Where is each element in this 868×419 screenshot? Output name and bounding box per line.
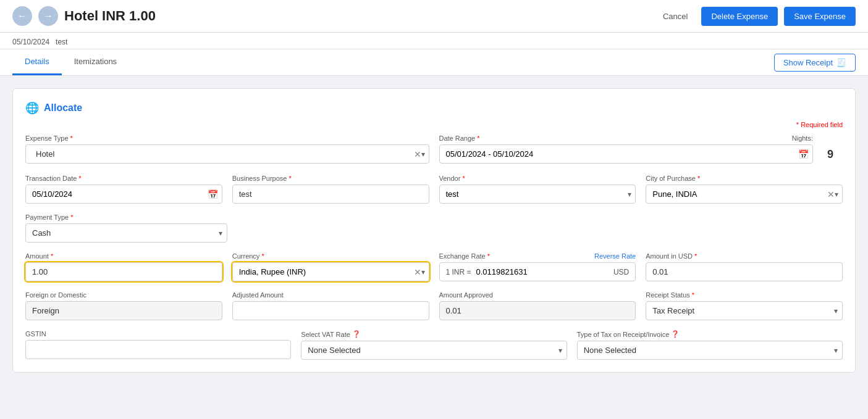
currency-input[interactable] bbox=[237, 263, 414, 281]
cancel-button[interactable]: Cancel bbox=[655, 8, 695, 25]
expense-type-chevron: ▾ bbox=[421, 150, 425, 159]
exchange-rate-label: Exchange Rate * bbox=[439, 252, 491, 260]
nights-group: _ 9 bbox=[818, 135, 843, 165]
nav-prev-button[interactable]: ← bbox=[12, 6, 32, 26]
tax-type-wrapper[interactable]: None Selected ▾ bbox=[577, 341, 843, 360]
foreign-domestic-group: Foreign or Domestic bbox=[25, 291, 222, 320]
city-of-purchase-wrapper[interactable]: ✕ ▾ bbox=[646, 185, 843, 204]
exchange-rate-group: Exchange Rate * Reverse Rate 1 INR = USD bbox=[439, 252, 636, 281]
required-text: Required field bbox=[801, 121, 843, 128]
amount-usd-group: Amount in USD * bbox=[646, 252, 843, 281]
vendor-input[interactable] bbox=[444, 185, 628, 203]
expense-type-wrapper[interactable]: ✕ ▾ bbox=[25, 144, 429, 164]
currency-wrapper[interactable]: ✕ ▾ bbox=[232, 262, 429, 281]
vat-help-icon[interactable]: ❓ bbox=[352, 330, 361, 338]
amount-usd-label: Amount in USD * bbox=[646, 252, 843, 260]
date-range-group: Date Range * Nights: 📅 bbox=[439, 135, 814, 164]
amount-usd-input[interactable] bbox=[646, 262, 843, 281]
transaction-date-label: Transaction Date * bbox=[25, 175, 222, 182]
tabs-row: Details Itemizations Show Receipt 🧾 bbox=[0, 49, 868, 76]
currency-clear[interactable]: ✕ bbox=[414, 267, 421, 277]
payment-type-wrapper[interactable]: Cash Credit Card Check ▾ bbox=[25, 223, 227, 243]
exchange-suffix: USD bbox=[611, 268, 631, 276]
allocate-header: 🌐 Allocate bbox=[25, 101, 843, 115]
tabs-container: Details Itemizations bbox=[12, 49, 129, 75]
receipt-icon: 🧾 bbox=[836, 58, 846, 67]
show-receipt-label: Show Receipt bbox=[783, 58, 833, 67]
vendor-chevron: ▾ bbox=[628, 190, 631, 199]
gstin-group: GSTIN bbox=[25, 330, 291, 359]
transaction-date-group: Transaction Date * 📅 bbox=[25, 175, 222, 204]
content-area: 🌐 Allocate * Required field Expense Type… bbox=[0, 76, 868, 396]
exchange-rate-input[interactable] bbox=[474, 263, 611, 281]
receipt-status-wrapper[interactable]: Tax Receipt Receipt No Receipt ▾ bbox=[646, 301, 843, 320]
date-range-calendar[interactable]: 📅 bbox=[798, 149, 809, 159]
vendor-label: Vendor * bbox=[439, 175, 636, 182]
payment-type-select[interactable]: Cash Credit Card Check bbox=[25, 223, 227, 243]
city-clear[interactable]: ✕ bbox=[827, 189, 835, 199]
row-payment: Payment Type * Cash Credit Card Check ▾ bbox=[25, 214, 843, 243]
top-bar: ← → Hotel INR 1.00 Cancel Delete Expense… bbox=[0, 0, 868, 33]
amount-group: Amount * bbox=[25, 252, 222, 281]
business-purpose-label: Business Purpose * bbox=[232, 175, 429, 182]
vendor-wrapper[interactable]: ▾ bbox=[439, 185, 636, 204]
payment-type-group: Payment Type * Cash Credit Card Check ▾ bbox=[25, 214, 227, 243]
expense-type-clear[interactable]: ✕ bbox=[414, 149, 421, 159]
city-of-purchase-group: City of Purchase * ✕ ▾ bbox=[646, 175, 843, 204]
exchange-rate-wrapper[interactable]: 1 INR = USD bbox=[439, 262, 636, 281]
transaction-date-wrapper[interactable]: 📅 bbox=[25, 185, 222, 204]
expense-user: test bbox=[56, 35, 67, 49]
exchange-prefix: 1 INR = bbox=[444, 268, 474, 276]
row-expense-daterange: Expense Type * ✕ ▾ Date Ra bbox=[25, 135, 843, 165]
gstin-input[interactable] bbox=[25, 340, 291, 359]
receipt-status-label: Receipt Status * bbox=[646, 291, 843, 299]
nav-next-button[interactable]: → bbox=[38, 6, 58, 26]
business-purpose-input[interactable] bbox=[232, 185, 429, 204]
adjusted-amount-label: Adjusted Amount bbox=[232, 291, 429, 299]
amount-approved-group: Amount Approved bbox=[439, 291, 636, 320]
row-amount-currency-exchange-usd: Amount * Currency * ✕ ▾ bbox=[25, 252, 843, 281]
tax-type-group: Type of Tax on Receipt/Invoice ❓ None Se… bbox=[577, 330, 843, 360]
business-purpose-group: Business Purpose * bbox=[232, 175, 429, 204]
vat-rate-select[interactable]: None Selected bbox=[301, 341, 567, 360]
amount-label: Amount * bbox=[25, 252, 222, 260]
show-receipt-button[interactable]: Show Receipt 🧾 bbox=[774, 54, 856, 72]
date-range-input[interactable] bbox=[444, 145, 799, 163]
currency-group: Currency * ✕ ▾ bbox=[232, 252, 429, 281]
city-of-purchase-label: City of Purchase * bbox=[646, 175, 843, 182]
tab-details[interactable]: Details bbox=[12, 49, 62, 75]
expense-type-group: Expense Type * ✕ ▾ bbox=[25, 135, 429, 164]
allocate-icon: 🌐 bbox=[25, 101, 39, 115]
transaction-date-calendar[interactable]: 📅 bbox=[208, 189, 218, 199]
nights-value: 9 bbox=[818, 144, 843, 165]
form-grid: Expense Type * ✕ ▾ Date Ra bbox=[25, 135, 843, 360]
row-trans-biz-vendor-city: Transaction Date * 📅 Business Purpose * bbox=[25, 175, 843, 204]
date-range-label: Date Range * bbox=[439, 135, 480, 142]
allocate-label: Allocate bbox=[44, 102, 82, 114]
expense-date: 05/10/2024 bbox=[12, 35, 49, 49]
amount-input[interactable] bbox=[25, 262, 222, 281]
vendor-group: Vendor * ▾ bbox=[439, 175, 636, 204]
sub-bar: 05/10/2024 test bbox=[0, 33, 868, 49]
transaction-date-input[interactable] bbox=[30, 185, 208, 203]
delete-expense-button[interactable]: Delete Expense bbox=[701, 7, 778, 26]
top-bar-right: Cancel Delete Expense Save Expense bbox=[655, 7, 856, 26]
date-range-wrapper[interactable]: 📅 bbox=[439, 144, 814, 164]
save-expense-button[interactable]: Save Expense bbox=[784, 7, 856, 26]
tab-itemizations[interactable]: Itemizations bbox=[62, 49, 129, 75]
row-foreign-adjusted-approved-receipt: Foreign or Domestic Adjusted Amount Amou… bbox=[25, 291, 843, 320]
receipt-status-select[interactable]: Tax Receipt Receipt No Receipt bbox=[646, 301, 843, 320]
tax-help-icon[interactable]: ❓ bbox=[671, 330, 680, 338]
city-of-purchase-input[interactable] bbox=[650, 185, 827, 203]
page-title: Hotel INR 1.00 bbox=[64, 8, 156, 24]
foreign-domestic-label: Foreign or Domestic bbox=[25, 291, 222, 299]
city-chevron: ▾ bbox=[835, 190, 838, 199]
reverse-rate-button[interactable]: Reverse Rate bbox=[594, 252, 636, 260]
payment-type-label: Payment Type * bbox=[25, 214, 227, 221]
expense-type-label: Expense Type * bbox=[25, 135, 429, 142]
vat-rate-wrapper[interactable]: None Selected ▾ bbox=[301, 341, 567, 360]
adjusted-amount-input[interactable] bbox=[232, 301, 429, 320]
amount-approved-label: Amount Approved bbox=[439, 291, 636, 299]
expense-type-input[interactable] bbox=[30, 145, 414, 163]
tax-type-select[interactable]: None Selected bbox=[577, 341, 843, 360]
